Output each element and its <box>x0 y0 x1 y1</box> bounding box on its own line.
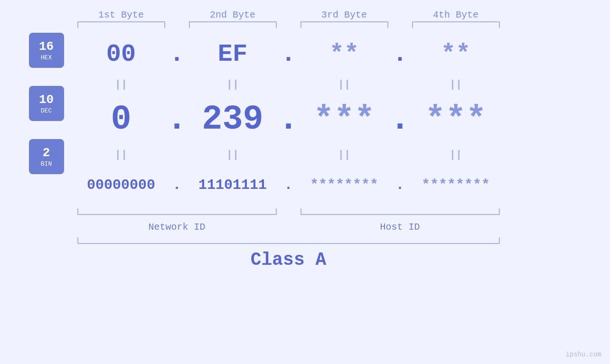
dec-badge-number: 10 <box>39 93 54 107</box>
hex-badge-number: 16 <box>39 39 54 54</box>
watermark: ipshu.com <box>565 351 601 358</box>
bin-val-3: ******** <box>300 177 388 193</box>
badges-column: 16 HEX 10 DEC 2 BIN <box>11 33 77 174</box>
dec-val-3: *** <box>300 100 388 139</box>
eq1-4: || <box>412 79 500 91</box>
eq2-4: || <box>412 149 500 161</box>
dec-val-2: 239 <box>189 100 277 139</box>
hex-val-3: ** <box>300 40 388 68</box>
bin-row: 00000000 . 11101111 . ******** . <box>77 164 600 206</box>
eq2-2: || <box>189 149 277 161</box>
hex-sep-3: . <box>388 40 412 68</box>
hex-row: 00 . EF . ** . ** <box>77 33 600 75</box>
dec-badge-label: DEC <box>41 107 52 114</box>
bin-val-4: ******** <box>412 177 500 193</box>
dec-badge: 10 DEC <box>29 86 64 121</box>
bin-badge-number: 2 <box>43 146 50 160</box>
eq2-1: || <box>77 149 165 161</box>
network-id-bracket <box>77 208 277 215</box>
hex-val-2: EF <box>189 40 277 68</box>
bottom-brackets-row <box>77 208 600 218</box>
dec-val-1: 0 <box>77 100 165 139</box>
bin-badge: 2 BIN <box>29 139 64 174</box>
full-bottom-bracket <box>77 237 500 244</box>
eq1-1: || <box>77 79 165 91</box>
byte-label-4: 4th Byte <box>412 9 500 20</box>
byte-label-3: 3rd Byte <box>300 9 388 20</box>
byte-label-2: 2nd Byte <box>189 9 277 20</box>
dec-val-4: *** <box>412 100 500 139</box>
network-id-label: Network ID <box>77 222 277 233</box>
dec-row: 0 . 239 . *** . *** <box>77 93 600 146</box>
bin-sep-1: . <box>165 177 189 193</box>
bracket-top-4 <box>412 21 500 28</box>
dec-sep-3: . <box>388 100 412 139</box>
host-id-label: Host ID <box>300 222 500 233</box>
hex-badge-label: HEX <box>41 54 52 61</box>
bin-sep-2: . <box>277 177 300 193</box>
equals-row-1: || || || || <box>77 75 600 93</box>
class-label-row: Class A <box>77 250 500 270</box>
hex-val-4: ** <box>412 40 500 68</box>
hex-badge: 16 HEX <box>29 33 64 68</box>
class-label: Class A <box>251 250 327 270</box>
eq1-3: || <box>300 79 388 91</box>
bracket-top-3 <box>300 21 388 28</box>
byte-label-1: 1st Byte <box>77 9 165 20</box>
bracket-top-2 <box>189 21 277 28</box>
bin-val-1: 00000000 <box>77 177 165 193</box>
main-container: 1st Byte 2nd Byte 3rd Byte 4th Byte 16 <box>0 0 610 364</box>
eq1-2: || <box>189 79 277 91</box>
hex-val-1: 00 <box>77 40 165 68</box>
hex-sep-2: . <box>277 40 300 68</box>
hex-sep-1: . <box>165 40 189 68</box>
bracket-top-1 <box>77 21 165 28</box>
host-id-bracket <box>300 208 500 215</box>
dec-sep-2: . <box>277 100 300 139</box>
id-labels-row: Network ID Host ID <box>77 222 600 233</box>
eq2-3: || <box>300 149 388 161</box>
dec-sep-1: . <box>165 100 189 139</box>
data-grid: 00 . EF . ** . ** <box>77 33 600 270</box>
bin-badge-label: BIN <box>41 160 52 168</box>
equals-row-2: || || || || <box>77 146 600 164</box>
bin-val-2: 11101111 <box>189 177 277 193</box>
bin-sep-3: . <box>388 177 412 193</box>
